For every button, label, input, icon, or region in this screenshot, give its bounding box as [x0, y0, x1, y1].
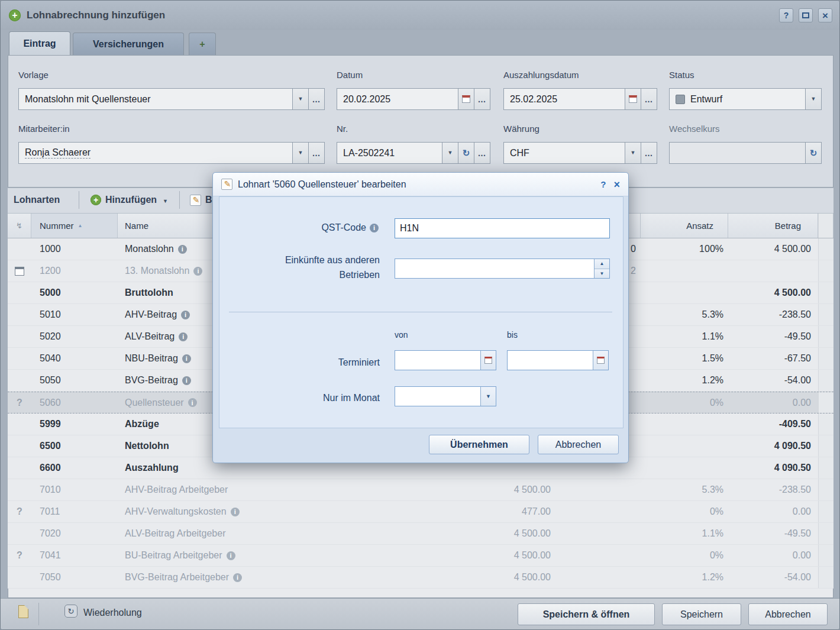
nr-value[interactable]: LA-2502241 [337, 143, 442, 163]
spinner-up-icon[interactable]: ▲ [595, 259, 609, 269]
einkuenfte-field[interactable]: ▲ ▼ [395, 259, 610, 279]
waehrung-field[interactable]: CHF ▼ … [503, 142, 657, 164]
maximize-button[interactable] [799, 8, 813, 22]
chevron-down-icon[interactable]: ▼ [625, 143, 641, 163]
table-row[interactable]: ?7041BU-Beitrag Arbeitgeberi4 500.000%0.… [8, 545, 833, 567]
help-button[interactable]: ? [779, 8, 793, 22]
row-ansatz: 0% [641, 501, 728, 522]
auszahlungsdatum-value[interactable]: 25.02.2025 [504, 89, 625, 109]
help-icon[interactable]: ? [600, 179, 606, 189]
close-button[interactable]: × [818, 8, 832, 22]
window-tools: ? × [779, 8, 832, 22]
datum-value[interactable]: 20.02.2025 [337, 89, 458, 109]
wechselkurs-field[interactable]: ↻ [669, 142, 822, 164]
chevron-down-icon[interactable]: ▼ [292, 89, 308, 109]
terminiert-bis-input[interactable] [508, 351, 593, 370]
terminiert-von-field[interactable] [395, 350, 496, 370]
cancel-button[interactable]: Abbrechen [748, 603, 828, 625]
einkuenfte-input[interactable] [395, 259, 594, 278]
dialog-tools: ? × [600, 179, 620, 190]
more-options-icon[interactable]: … [641, 89, 657, 109]
row-betrag: -54.00 [728, 370, 818, 391]
scrollbar-track[interactable] [818, 214, 833, 238]
wiederholung-label[interactable]: Wiederholung [83, 608, 142, 618]
status-field[interactable]: Entwurf ▼ [669, 88, 822, 110]
column-header-ansatz[interactable]: Ansatz [641, 214, 728, 238]
qst-code-label-row: QST-Code i [231, 222, 379, 233]
vorlage-field[interactable]: Monatslohn mit Quellensteuer ▼ … [18, 88, 325, 110]
row-ansatz: 1.1% [641, 523, 728, 544]
column-header-betrag[interactable]: Betrag [728, 214, 818, 238]
row-anzahl [555, 523, 641, 544]
payroll-window: + Lohnabrechnung hinzufügen ? × Eintrag … [0, 0, 840, 630]
vorlage-value[interactable]: Monatslohn mit Quellensteuer [19, 89, 292, 109]
more-options-icon[interactable]: … [474, 89, 490, 109]
scrollbar-track [818, 304, 833, 325]
tab-add[interactable]: + [189, 33, 216, 55]
dialog-header[interactable]: ✎ Lohnart '5060 Quellensteuer' bearbeite… [213, 173, 628, 196]
calendar-trigger[interactable] [480, 351, 496, 370]
chevron-down-icon[interactable]: ▼ [292, 143, 308, 163]
more-options-icon[interactable]: … [474, 143, 490, 163]
datum-field[interactable]: 20.02.2025 … [337, 88, 490, 110]
chevron-down-icon[interactable]: ▼ [480, 387, 496, 406]
auszahlungsdatum-field[interactable]: 25.02.2025 … [503, 88, 657, 110]
table-row[interactable]: 7020ALV-Beitrag Arbeitgeber4 500.001.1%-… [8, 523, 833, 545]
mitarbeiter-value[interactable]: Ronja Schaerer [19, 143, 292, 163]
waehrung-label: Währung [503, 124, 539, 134]
column-header-flags[interactable]: ↯ [8, 214, 31, 238]
more-options-icon[interactable]: … [641, 143, 657, 163]
waehrung-value[interactable]: CHF [504, 143, 625, 163]
einkuenfte-label: Einkünfte aus anderen Betrieben [267, 253, 380, 282]
table-row[interactable]: ?7011AHV-Verwaltungskosteni477.000%0.00 [8, 501, 833, 523]
close-icon[interactable]: × [613, 179, 620, 190]
row-betrag: 0.00 [728, 545, 818, 566]
table-row[interactable]: 7050BVG-Beitrag Arbeitgeberi4 500.001.2%… [8, 567, 833, 589]
row-flag-cell [8, 370, 31, 391]
tab-label: Eintrag [23, 38, 56, 49]
spinner-down-icon[interactable]: ▼ [595, 269, 609, 279]
chevron-down-icon[interactable]: ▼ [805, 89, 821, 109]
more-options-icon[interactable]: … [308, 143, 324, 163]
nr-field[interactable]: LA-2502241 ▼ ↻ … [337, 142, 490, 164]
row-flag-cell [8, 282, 31, 303]
mitarbeiter-field[interactable]: Ronja Schaerer ▼ … [18, 142, 325, 164]
wechselkurs-value[interactable] [670, 143, 805, 163]
tab-eintrag[interactable]: Eintrag [9, 31, 70, 55]
nur-im-monat-value[interactable] [395, 387, 480, 406]
repeat-icon[interactable]: ↻ [64, 605, 77, 618]
refresh-icon[interactable]: ↻ [458, 143, 474, 163]
scrollbar-track [818, 260, 833, 282]
apply-button[interactable]: Übernehmen [429, 435, 529, 454]
spinner: ▲ ▼ [594, 259, 609, 278]
calendar-trigger[interactable] [593, 351, 608, 370]
table-row[interactable]: 7010AHV-Beitrag Arbeitgeber4 500.005.3%-… [8, 479, 833, 501]
save-button[interactable]: Speichern [662, 603, 741, 625]
qst-code-input[interactable] [395, 219, 609, 238]
row-name: ALV-Beitrag Arbeitgeber [118, 523, 415, 544]
refresh-icon[interactable]: ↻ [805, 143, 821, 163]
row-name: BU-Beitrag Arbeitgeberi [118, 545, 415, 566]
more-options-icon[interactable]: … [308, 89, 324, 109]
qst-code-field[interactable] [395, 218, 610, 238]
add-lohnart-button[interactable]: Hinzufügen [105, 195, 157, 205]
row-betrag: -238.50 [728, 304, 818, 325]
terminiert-von-input[interactable] [395, 351, 480, 370]
question-icon: ? [17, 398, 22, 408]
status-draft-icon [676, 95, 685, 104]
calendar-icon[interactable] [625, 89, 641, 109]
row-nummer: 7011 [31, 501, 118, 522]
tab-versicherungen[interactable]: Versicherungen [73, 33, 184, 55]
save-and-open-button[interactable]: Speichern & öffnen [518, 603, 655, 625]
terminiert-bis-field[interactable] [507, 350, 609, 370]
chevron-down-icon[interactable]: ▼ [163, 198, 168, 204]
nur-im-monat-combo[interactable]: ▼ [395, 386, 496, 406]
calendar-icon[interactable] [458, 89, 474, 109]
row-basis: 4 500.00 [415, 545, 555, 566]
dialog-cancel-button[interactable]: Abbrechen [538, 435, 619, 454]
info-icon: i [188, 398, 197, 407]
chevron-down-icon[interactable]: ▼ [442, 143, 458, 163]
note-icon[interactable] [18, 605, 28, 618]
column-header-nummer[interactable]: Nummer▲ [31, 214, 118, 238]
status-value[interactable]: Entwurf [670, 89, 805, 109]
